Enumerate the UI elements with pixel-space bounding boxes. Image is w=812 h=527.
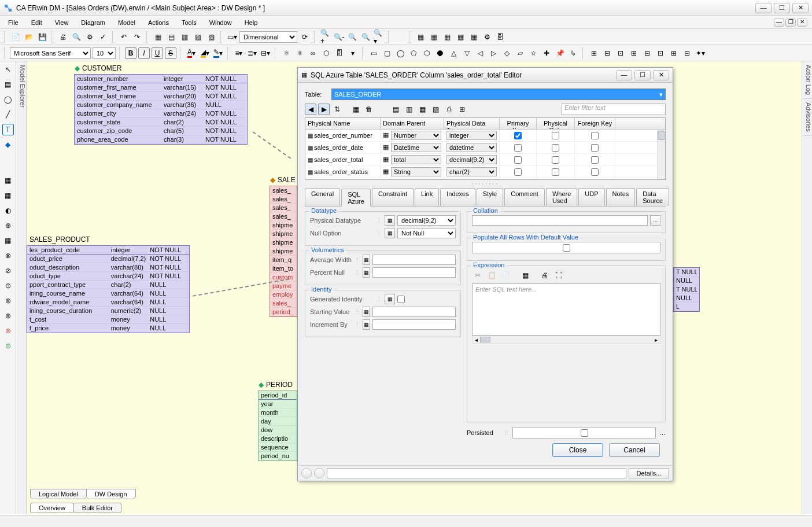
vt11-icon[interactable]: ⊜ [2, 325, 14, 337]
entity-column-row[interactable]: sales_ [270, 186, 297, 195]
menu-file[interactable]: File [2, 18, 24, 27]
inherit-pctnull-icon[interactable]: ▦ [363, 267, 370, 278]
new-icon[interactable]: 📄 [10, 31, 21, 43]
misc2-icon[interactable]: ⚛ [294, 47, 305, 59]
line2-icon[interactable]: ╱ [2, 109, 14, 120]
columns-grid[interactable]: Physical Name Domain Parent Physical Dat… [305, 117, 666, 180]
grid-header-datatype[interactable]: Physical Data Type [444, 118, 500, 129]
entity-column-row[interactable]: sales_ [270, 212, 297, 221]
tab-overview[interactable]: Overview [30, 503, 74, 513]
entity-column-row[interactable]: T NULL [674, 285, 699, 294]
expr-paste-icon[interactable]: 📄 [500, 270, 511, 281]
layout1-icon[interactable]: ▦ [152, 31, 164, 43]
inherit-avgwidth-icon[interactable]: ▦ [363, 255, 370, 265]
dialog-tab-sql-azure[interactable]: SQL Azure [341, 189, 371, 207]
mdi-restore-button[interactable]: ❐ [785, 19, 796, 27]
avg-width-input[interactable] [372, 255, 456, 265]
entity-column-row[interactable]: phone_area_codechar(3)NOT NULL [75, 135, 247, 144]
shape-pin-icon[interactable]: 📌 [554, 47, 566, 59]
layer-icon[interactable]: ▭▾ [226, 31, 238, 43]
close-button[interactable]: ✕ [792, 3, 809, 13]
shape-plus-icon[interactable]: ✚ [541, 47, 552, 59]
align3-icon[interactable]: ⊡ [615, 47, 626, 59]
t3-icon[interactable]: ▦ [416, 104, 428, 115]
expr-cut-icon[interactable]: ✂ [472, 270, 483, 281]
grid-row[interactable]: ▦ sales_order_date▦Datetimedatetime [305, 142, 665, 154]
dimensional-select[interactable]: Dimensional [239, 31, 297, 43]
shape-oct-icon[interactable]: ⯃ [434, 47, 446, 59]
grid-header-name[interactable]: Physical Name [305, 118, 381, 129]
entity-icon[interactable]: ▤ [2, 79, 14, 90]
menu-diagram[interactable]: Diagram [75, 18, 111, 27]
redo-icon[interactable]: ↷ [131, 31, 143, 43]
persisted-checkbox[interactable] [581, 429, 588, 437]
shape-trileft-icon[interactable]: ◁ [474, 47, 486, 59]
cancel-dialog-button[interactable]: Cancel [609, 443, 660, 457]
font-size-select[interactable]: 10 [93, 47, 116, 59]
sort-icon[interactable]: ⇅ [331, 104, 343, 115]
entity-column-row[interactable]: period_nu [259, 452, 297, 460]
collation-browse-icon[interactable]: … [650, 215, 660, 226]
grid-row[interactable]: ▦ sales_order_number▦Numberinteger [305, 130, 665, 142]
filter-input[interactable]: Enter filter text [562, 104, 666, 115]
entity-column-row[interactable]: customer_cityvarchar(24)NOT NULL [75, 109, 247, 118]
mdi-close-button[interactable]: ✕ [797, 19, 807, 27]
entity-column-row[interactable]: shipme [270, 247, 297, 256]
entity-column-row[interactable]: ining_course_namevarchar(64)NULL [27, 289, 189, 298]
fontcolor-icon[interactable]: A▾ [186, 47, 197, 59]
entity-customer[interactable]: ◆CUSTOMER customer_numberintegerNOT NULL… [74, 74, 248, 145]
t6-icon[interactable]: ⊞ [456, 104, 468, 115]
shape-arrow-icon[interactable]: ↳ [567, 47, 579, 59]
tab-bulk-editor[interactable]: Bulk Editor [73, 503, 121, 513]
entity-column-row[interactable]: rdware_model_namevarchar(64)NULL [27, 298, 189, 307]
tag-icon[interactable]: ◆ [2, 139, 14, 150]
grid-header-domain[interactable]: Domain Parent [381, 118, 444, 129]
entity-column-row[interactable]: period_id [259, 391, 297, 400]
collation-input[interactable] [472, 215, 648, 226]
close-dialog-button[interactable]: Close [552, 443, 603, 457]
persisted-browse-icon[interactable]: … [659, 429, 666, 436]
shape-triright-icon[interactable]: ▷ [488, 47, 499, 59]
vt4-icon[interactable]: ⊕ [2, 220, 14, 231]
dialog-maximize-button[interactable]: ☐ [634, 70, 651, 80]
undo-icon[interactable]: ↶ [118, 31, 130, 43]
physical-datatype-select[interactable]: decimal(9,2) [397, 215, 456, 226]
lineend-icon[interactable]: ⊟▾ [260, 47, 271, 59]
grid1-icon[interactable]: ▦ [415, 31, 426, 43]
entity-column-row[interactable]: payme [270, 282, 297, 290]
find-icon[interactable]: 🔍 [71, 31, 82, 43]
entity-column-row[interactable]: descriptio [259, 434, 297, 443]
entity-column-row[interactable]: oduct_descriptionvarchar(80)NOT NULL [27, 263, 189, 272]
vt8-icon[interactable]: ⊙ [2, 280, 14, 292]
entity-sales-order[interactable]: ◆SALE sales_sales_sales_sales_shipmeship… [270, 186, 297, 317]
arrange-icon[interactable]: ✦▾ [695, 47, 706, 59]
entity-column-row[interactable]: shipme [270, 221, 297, 230]
shape-pent-icon[interactable]: ⬠ [408, 47, 419, 59]
layout2-icon[interactable]: ▤ [165, 31, 177, 43]
entity-column-row[interactable]: sales_ [270, 204, 297, 212]
align8-icon[interactable]: ⊟ [681, 47, 693, 59]
print-icon[interactable]: 🖨 [57, 31, 69, 43]
delete-col-icon[interactable]: 🗑 [363, 104, 375, 115]
entity-column-row[interactable]: sequence [259, 443, 297, 452]
entity-column-row[interactable]: customer_numberintegerNOT NULL [75, 75, 247, 83]
shape-rect-icon[interactable]: ▭ [368, 47, 379, 59]
align7-icon[interactable]: ⊞ [668, 47, 680, 59]
dialog-tab-general[interactable]: General [305, 188, 340, 206]
menu-view[interactable]: View [49, 18, 75, 27]
menu-edit[interactable]: Edit [25, 18, 48, 27]
entity-column-row[interactable]: employ [270, 290, 297, 299]
shape-hex-icon[interactable]: ⬡ [421, 47, 433, 59]
entity-column-row[interactable]: shipme [270, 230, 297, 238]
grid-resizer[interactable]: ········ [305, 180, 666, 185]
shape-rrect-icon[interactable]: ▢ [381, 47, 393, 59]
menu-window[interactable]: Window [204, 18, 238, 27]
text-icon[interactable]: T [2, 124, 14, 135]
strike-icon[interactable]: S [165, 47, 176, 59]
inherit-startval-icon[interactable]: ▦ [363, 307, 370, 317]
zoomin-icon[interactable]: 🔍+ [320, 31, 331, 43]
entity-column-row[interactable]: year [259, 400, 297, 408]
grid-header-pk[interactable]: Primary Key [500, 118, 537, 129]
layout5-icon[interactable]: ▧ [205, 31, 217, 43]
t5-icon[interactable]: ⎙ [443, 104, 455, 115]
